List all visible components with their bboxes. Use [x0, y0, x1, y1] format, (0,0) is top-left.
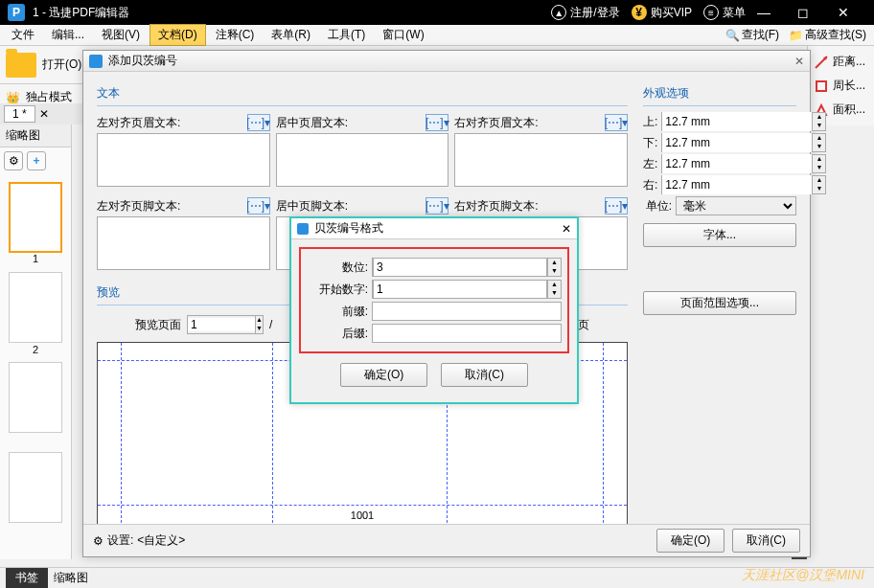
menu-advanced-find[interactable]: 📁高级查找(S) — [785, 27, 870, 43]
gear-icon[interactable]: ⚙ — [4, 151, 23, 170]
bates-ok-button[interactable]: 确定(O) — [656, 529, 724, 553]
header-center-label: 居中页眉文本: — [276, 115, 348, 131]
macro-button-fr[interactable]: [⋯]▾ — [605, 197, 628, 215]
menu-document[interactable]: 文档(D) — [150, 24, 206, 46]
page-range-button[interactable]: 页面范围选项... — [643, 291, 796, 315]
menu-window[interactable]: 窗口(W) — [375, 25, 431, 45]
margin-left-label: 左: — [643, 156, 657, 172]
margin-bottom-input[interactable] — [662, 133, 812, 152]
bates-dialog-footer: ⚙ 设置: <自定义> 确定(O) 取消(C) — [83, 524, 810, 556]
header-right-label: 右对齐页眉文本: — [454, 115, 538, 131]
settings-value: <自定义> — [137, 532, 185, 549]
format-cancel-button[interactable]: 取消(C) — [441, 363, 528, 387]
footer-left-input[interactable] — [97, 216, 270, 270]
menu-edit[interactable]: 编辑... — [44, 25, 92, 45]
slash: / — [269, 318, 272, 331]
start-number-label: 开始数字: — [307, 282, 368, 298]
bates-dialog-close-icon[interactable]: ✕ — [794, 55, 804, 68]
format-ok-button[interactable]: 确定(O) — [340, 363, 427, 387]
bates-cancel-button[interactable]: 取消(C) — [732, 529, 800, 553]
thumbnail-3[interactable] — [9, 362, 62, 433]
margin-right-input[interactable] — [662, 175, 812, 194]
register-login-link[interactable]: ▲注册/登录 — [551, 5, 619, 21]
prefix-input[interactable] — [372, 302, 562, 321]
digits-input[interactable] — [373, 258, 547, 277]
distance-tool[interactable]: 距离... — [812, 50, 870, 74]
thumbnail-tab[interactable]: 缩略图 — [54, 570, 88, 586]
footer-center-label: 居中页脚文本: — [276, 198, 348, 215]
main-menu-link[interactable]: ≡菜单 — [703, 5, 746, 21]
tab-close-icon[interactable]: ✕ — [39, 107, 49, 121]
maximize-button[interactable]: ◻ — [797, 5, 826, 20]
menu-view[interactable]: 视图(V) — [94, 25, 148, 45]
macro-button-fc[interactable]: [⋯]▾ — [426, 197, 448, 215]
perimeter-tool[interactable]: 周长... — [812, 74, 870, 98]
buy-vip-link[interactable]: ¥购买VIP — [632, 5, 692, 21]
macro-button-fl[interactable]: [⋯]▾ — [247, 197, 270, 215]
suffix-label: 后缀: — [307, 326, 368, 342]
document-tabs: 1 * ✕ — [0, 103, 82, 124]
header-left-input[interactable] — [97, 133, 270, 187]
user-icon: ▲ — [551, 5, 566, 20]
text-group-label: 文本 — [97, 81, 628, 106]
menu-tools[interactable]: 工具(T) — [320, 25, 373, 45]
menu-comment[interactable]: 注释(C) — [208, 25, 263, 45]
menu-find[interactable]: 🔍查找(F) — [722, 27, 783, 43]
watermark-text: 天涯社区@汉堡MINI — [742, 567, 864, 584]
close-button[interactable]: ✕ — [838, 5, 866, 20]
thumbnail-4[interactable] — [9, 452, 62, 523]
unit-label: 单位: — [643, 198, 672, 215]
thumbnail-panel-header: 缩略图 — [0, 124, 71, 147]
format-dialog-titlebar[interactable]: 贝茨编号格式 ✕ — [291, 218, 577, 239]
app-icon: P — [8, 4, 25, 21]
preview-page-label: 预览页面 — [135, 317, 181, 333]
menu-file[interactable]: 文件 — [4, 25, 42, 45]
margin-right-label: 右: — [643, 177, 657, 193]
margin-top-label: 上: — [643, 114, 657, 130]
yen-icon: ¥ — [632, 5, 647, 20]
format-dialog-close-icon[interactable]: ✕ — [562, 222, 571, 236]
menubar: 文件 编辑... 视图(V) 文档(D) 注释(C) 表单(R) 工具(T) 窗… — [0, 25, 874, 46]
thumbnail-panel: 缩略图 ⚙ + — [0, 124, 72, 559]
thumbnail-1[interactable] — [9, 182, 62, 253]
footer-left-label: 左对齐页脚文本: — [97, 198, 180, 215]
preview-page-input[interactable] — [188, 318, 255, 331]
header-center-input[interactable] — [276, 133, 449, 187]
thumbnail-2[interactable] — [9, 272, 62, 343]
footer-right-label: 右对齐页脚文本: — [454, 198, 538, 215]
appearance-group-label: 外观选项 — [643, 81, 796, 106]
unit-select[interactable]: 毫米 — [676, 196, 796, 215]
crown-icon: 👑 — [6, 91, 20, 104]
macro-button-hc[interactable]: [⋯]▾ — [426, 114, 448, 131]
doc-tab-1[interactable]: 1 * — [4, 105, 35, 123]
dialog-icon — [89, 55, 103, 68]
macro-button-hl[interactable]: [⋯]▾ — [247, 114, 270, 131]
titlebar: P 1 - 迅捷PDF编辑器 ▲注册/登录 ¥购买VIP ≡菜单 — ◻ ✕ — [0, 0, 874, 25]
start-number-input[interactable] — [373, 280, 547, 299]
macro-button-hr[interactable]: [⋯]▾ — [605, 114, 628, 131]
plus-icon[interactable]: + — [27, 151, 46, 170]
svg-rect-2 — [816, 81, 826, 91]
spin-up[interactable]: ▲ — [255, 316, 263, 325]
window-title: 1 - 迅捷PDF编辑器 — [33, 5, 551, 21]
menu-icon: ≡ — [703, 5, 719, 20]
margin-top-input[interactable] — [662, 112, 812, 131]
header-left-label: 左对齐页眉文本: — [97, 115, 180, 131]
folder-icon — [6, 53, 36, 78]
dialog-icon — [297, 223, 309, 235]
bookmark-tab[interactable]: 书签 — [6, 568, 48, 588]
bates-dialog-title: 添加贝茨编号 — [108, 53, 177, 69]
suffix-input[interactable] — [372, 324, 562, 343]
gear-icon[interactable]: ⚙ — [93, 534, 104, 548]
margin-bottom-label: 下: — [643, 135, 657, 151]
spin-down[interactable]: ▼ — [255, 325, 263, 333]
format-fields-highlight: 数位: ▲▼ 开始数字: ▲▼ 前缀: 后缀: — [299, 247, 569, 353]
preview-bates-number: 1001 — [351, 509, 374, 521]
header-right-input[interactable] — [454, 133, 628, 187]
font-button[interactable]: 字体... — [643, 223, 796, 247]
margin-left-input[interactable] — [662, 154, 812, 173]
minimize-button[interactable]: — — [757, 5, 786, 20]
bates-dialog-titlebar[interactable]: 添加贝茨编号 ✕ — [83, 51, 810, 72]
digits-label: 数位: — [307, 260, 368, 276]
menu-form[interactable]: 表单(R) — [264, 25, 318, 45]
